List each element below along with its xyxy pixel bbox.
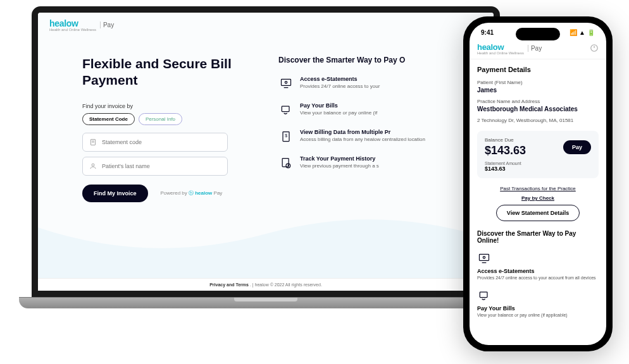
- laptop-header: healow Health and Online Wellness Pay: [38, 13, 494, 37]
- signal-icon: 📶: [570, 29, 577, 36]
- statement-code-field[interactable]: [82, 133, 228, 152]
- tab-personal-info[interactable]: Personal Info: [139, 113, 182, 125]
- balance-amount: $143.63: [485, 144, 526, 157]
- svg-rect-4: [282, 79, 291, 85]
- lastname-input[interactable]: [102, 163, 221, 169]
- privacy-link[interactable]: Privacy and Terms: [209, 282, 249, 287]
- wifi-icon: ▲: [579, 29, 585, 36]
- feature-multibilling: $ View Billing Data from Multiple Pr Acc…: [278, 129, 475, 144]
- monitor-icon: [477, 252, 491, 265]
- monitor-icon: [278, 76, 294, 91]
- feature-history: Track Your Payment History View previous…: [278, 155, 475, 171]
- power-icon[interactable]: [590, 44, 599, 52]
- svg-rect-14: [480, 254, 489, 260]
- laptop-footer: Privacy and Terms . | healow © 2022 All …: [38, 278, 494, 291]
- discover-heading: Discover the Smarter Way to Pay O: [278, 56, 475, 64]
- battery-icon: 🔋: [587, 29, 595, 36]
- mobile-feature-paybills: Pay Your Bills View your balance or pay …: [477, 289, 599, 317]
- practice-address: 2 Technology Dr, Westborough, MA, 01581: [477, 118, 599, 123]
- find-invoice-label: Find your invoice by: [82, 103, 253, 109]
- statement-code-input[interactable]: [102, 139, 221, 145]
- phone-mockup: 9:41 📶 ▲ 🔋 healow Health and Online Well…: [463, 16, 613, 351]
- document-icon: [89, 138, 97, 146]
- page-title: Flexible and Secure Bill Payment: [82, 56, 253, 89]
- svg-text:$: $: [285, 133, 287, 138]
- balance-card: Balance Due $143.63 Pay Statement Amount…: [477, 131, 599, 178]
- pay-button[interactable]: Pay: [563, 140, 591, 154]
- status-time: 9:41: [481, 29, 494, 36]
- invoice-tab-row: Statement Code Personal Info: [82, 113, 253, 125]
- laptop-base: [19, 297, 513, 308]
- svg-point-16: [483, 257, 485, 258]
- powered-by: Powered by ⓗ healow Pay: [161, 190, 223, 197]
- feature-estatements: Access e-Statements Provides 24/7 online…: [278, 76, 475, 91]
- discover-heading-mobile: Discover the Smarter Way to Pay Online!: [477, 230, 599, 244]
- laptop-mockup: healow Health and Online Wellness Pay Fl…: [32, 6, 500, 322]
- lastname-field[interactable]: [82, 157, 228, 176]
- balance-label: Balance Due: [485, 137, 526, 143]
- bill-icon: $: [278, 129, 294, 144]
- payment-details-heading: Payment Details: [477, 66, 599, 73]
- svg-rect-17: [480, 292, 487, 297]
- pay-by-check-link[interactable]: Pay by Check: [477, 195, 599, 201]
- svg-point-6: [285, 82, 287, 83]
- statement-amount-label: Statement Amount: [485, 161, 591, 166]
- brand-product: Pay: [100, 21, 114, 28]
- past-transactions-link[interactable]: Past Transactions for the Practice: [477, 186, 599, 191]
- svg-rect-10: [282, 159, 289, 167]
- practice-name: Westborough Medical Associates: [477, 106, 599, 112]
- brand-logo: healow Health and Online Wellness Pay: [49, 18, 114, 32]
- card-hand-icon: [278, 102, 294, 118]
- history-icon: [278, 155, 294, 171]
- practice-label: Practice Name and Address: [477, 99, 599, 104]
- patient-name: James: [477, 87, 599, 94]
- laptop-screen: healow Health and Online Wellness Pay Fl…: [32, 6, 500, 297]
- person-icon: [89, 162, 97, 170]
- patient-label: Patient (First Name): [477, 80, 599, 85]
- svg-point-3: [92, 164, 94, 166]
- brand-name: healow: [49, 18, 78, 28]
- mobile-feature-estatements: Access e-Statements Provides 24/7 online…: [477, 252, 599, 280]
- brand-logo-mobile: healow Health and Online Wellness Pay: [477, 41, 542, 55]
- find-invoice-button[interactable]: Find My Invoice: [82, 185, 148, 202]
- svg-rect-7: [282, 106, 289, 111]
- statement-amount: $143.63: [485, 166, 591, 172]
- phone-header: healow Health and Online Wellness Pay: [470, 39, 606, 59]
- tab-statement-code[interactable]: Statement Code: [82, 113, 135, 125]
- phone-island: [516, 28, 560, 40]
- card-hand-icon: [477, 289, 491, 303]
- feature-paybills: Pay Your Bills View your balance or pay …: [278, 102, 475, 118]
- view-statement-button[interactable]: View Statement Details: [496, 205, 580, 221]
- brand-tagline: Health and Online Wellness: [49, 28, 96, 32]
